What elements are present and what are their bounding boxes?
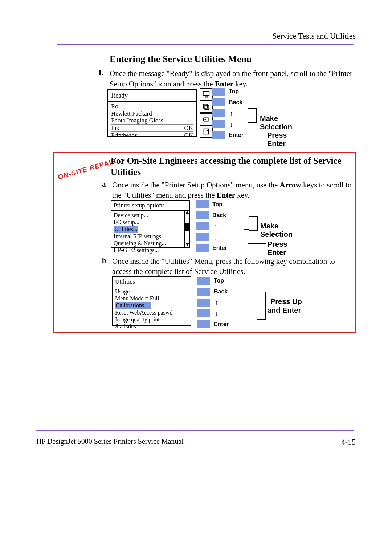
section-title: Entering the Service Utilities Menu [110,54,252,65]
key-label: Top [229,88,239,95]
lcd-body: Roll Hewlett Packard Photo Imaging Gloss… [108,102,196,140]
key-button[interactable] [212,88,225,96]
layers-icon [200,101,213,113]
annotation-press-enter: Press Enter [267,131,304,148]
key-label: Enter [229,132,244,138]
scrollbar [184,210,190,247]
icon-column [200,88,212,138]
line: Roll [111,103,193,110]
front-panel-lcd: Ready Roll Hewlett Packard Photo Imaging… [107,89,197,137]
onsite-repair-stamp: ON-SITE REPAIR [57,157,117,181]
monitor-icon [200,88,213,101]
menu-item: Queueing & Nesting... [114,240,187,247]
step-b-text: Once inside the "Utilities" Menu, press … [112,256,344,277]
menu-item-selected: Utilities... [114,226,138,232]
key-column: Top Back ↑ ↓ Enter [197,276,229,330]
key-label: Enter [212,245,227,251]
arrow-up-icon: ↑ [229,110,233,117]
arrow-up-icon: ↑ [213,223,217,230]
key-button[interactable] [196,200,209,208]
key-button[interactable] [197,309,210,317]
annotation-press-up: Press Up [270,297,302,306]
key-button[interactable] [212,131,225,139]
footer-page-number: 4-15 [341,437,356,447]
arrow-up-icon: ↑ [215,299,218,306]
panel-2: Printer setup options Device setup... I/… [111,200,307,251]
arrow-down-icon: ↓ [229,121,233,128]
key-button[interactable] [212,120,225,128]
key-label: Back [212,212,226,219]
annotation-and-enter: and Enter [268,306,301,315]
panel-1: Ready Roll Hewlett Packard Photo Imaging… [107,89,304,139]
cartridge-icon [200,113,213,125]
menu-item: Usage ... [115,288,188,295]
front-panel-lcd: Printer setup options Device setup... I/… [111,200,190,248]
annotation-make-selection: Make Selection [260,114,304,131]
scroll-thumb [185,223,189,231]
page-icon [200,125,213,138]
menu-item: Statistics ... [115,323,188,330]
line: PrintheadsOK [111,131,193,139]
key-button[interactable] [197,320,210,328]
svg-rect-4 [205,105,209,109]
lcd-title: Printer setup options [111,201,189,211]
svg-rect-0 [203,92,209,96]
scroll-up-icon [185,211,189,214]
menu-item: Menu Mode = Full [115,295,188,302]
menu-item: HP-GL/2 settings... [114,247,187,254]
svg-rect-3 [204,104,208,108]
bracket [249,216,258,231]
menu-item-selected: Calibrations ... [115,302,151,309]
key-label: Back [214,288,228,295]
lcd-title: Utilities [113,277,191,287]
lcd-title: Ready [108,90,196,102]
footer-manual-title: HP DesignJet 5000 Series Printers Servic… [36,437,184,446]
svg-point-6 [205,119,205,120]
step-a-letter: a [102,180,106,189]
key-label: Back [229,99,242,106]
key-button[interactable] [196,222,209,230]
key-button[interactable] [196,211,209,219]
key-label: Top [212,201,222,208]
key-button[interactable] [196,244,209,252]
arrow-down-icon: ↓ [215,310,218,317]
key-button[interactable] [197,277,210,285]
key-button[interactable] [197,288,210,296]
key-button[interactable] [212,109,225,117]
line: Hewlett Packard [111,110,193,117]
callout-box: ON-SITE REPAIR For On-Site Engineers acc… [53,152,356,333]
key-button[interactable] [196,233,209,241]
line: Photo Imaging Gloss [111,117,193,124]
menu-item: Device setup... [114,212,187,219]
front-panel-lcd: Utilities Usage ... Menu Mode = Full Cal… [112,276,191,326]
key-button[interactable] [212,98,225,106]
page-header: Service Tests and Utilities [272,31,356,41]
bracket [257,292,266,320]
svg-rect-5 [204,118,209,121]
annotation-press-enter: Press Enter [268,240,307,257]
arrow-down-icon: ↓ [213,234,217,241]
key-column: Top Back ↑ ↓ Enter [196,199,227,254]
step-b-letter: b [102,256,106,265]
step-a-text: Once inside the "Printer Setup Options" … [112,180,353,200]
callout-title: For On-Site Engineers accessing the comp… [111,155,352,178]
footer-rule [36,430,354,431]
panel-3: Utilities Usage ... Menu Mode = Full Cal… [112,276,308,327]
menu-item: Internal RIP settings... [114,233,187,240]
header-rule [57,44,354,45]
menu-item: Image quality print ... [115,316,188,323]
step1-number: 1. [98,68,104,77]
menu-item: Reset WebAccess paswd [115,309,188,316]
annotation-make-selection: Make Selection [260,222,307,239]
bracket [248,108,257,123]
lcd-body: Device setup... I/O setup... Utilities..… [111,211,189,254]
key-button[interactable] [197,299,210,307]
scroll-down-icon [185,243,189,246]
key-label: Enter [214,321,229,328]
lcd-body: Usage ... Menu Mode = Full Calibrations … [113,287,191,331]
line: InkOK [111,124,193,132]
key-label: Top [214,278,224,284]
svg-rect-7 [204,129,209,134]
menu-item: I/O setup... [114,219,187,226]
